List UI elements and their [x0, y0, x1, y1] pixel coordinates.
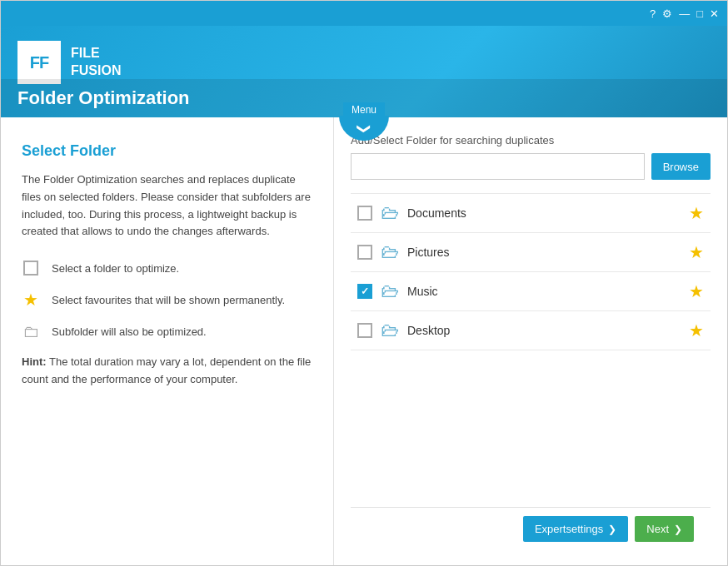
left-panel: Select Folder The Folder Optimization se… — [1, 117, 334, 566]
right-section-label: Add/Select Folder for searching duplicat… — [351, 134, 711, 146]
legend-folder-text: Subfolder will also be optimized. — [52, 325, 207, 338]
folder-row: 🗁 Desktop ★ — [351, 311, 711, 350]
pictures-folder-name: Pictures — [407, 246, 681, 259]
close-button[interactable]: ✕ — [710, 8, 719, 19]
documents-folder-icon: 🗁 — [381, 202, 399, 224]
expert-settings-button[interactable]: Expertsettings ❯ — [523, 516, 628, 542]
hint-paragraph: Hint: The total duration may vary a lot,… — [22, 354, 312, 389]
pictures-checkbox[interactable] — [357, 245, 372, 260]
main-content: Select Folder The Folder Optimization se… — [1, 117, 727, 566]
legend-star-icon: ★ — [22, 290, 40, 309]
legend-star-item: ★ Select favourites that will be shown p… — [22, 290, 312, 309]
hint-label: Hint: — [22, 355, 47, 368]
pictures-folder-icon: 🗁 — [381, 241, 399, 263]
folder-path-input[interactable] — [351, 153, 645, 180]
logo-box: FF — [17, 41, 61, 84]
expert-arrow-icon: ❯ — [608, 524, 616, 535]
music-folder-icon: 🗁 — [381, 281, 399, 302]
logo-text: FILE FUSION — [71, 45, 121, 80]
bottom-bar: Expertsettings ❯ Next ❯ — [351, 507, 711, 550]
folder-list: 🗁 Documents ★ 🗁 Pictures ★ 🗁 Music ★ — [351, 193, 711, 507]
menu-button-container[interactable]: Menu — [339, 102, 389, 141]
title-bar: ? ⚙ — □ ✕ — [1, 1, 727, 26]
legend-checkbox-icon — [22, 259, 40, 277]
legend-star-text: Select favourites that will be shown per… — [52, 294, 285, 306]
folder-row: 🗁 Music ★ — [351, 272, 711, 311]
expert-settings-label: Expertsettings — [535, 523, 603, 535]
desktop-folder-name: Desktop — [407, 324, 681, 337]
documents-star-button[interactable]: ★ — [689, 203, 704, 223]
legend-checkbox-text: Select a folder to optimize. — [52, 262, 179, 275]
music-folder-name: Music — [407, 285, 681, 298]
logo-line1: FILE — [71, 45, 121, 62]
select-folder-title: Select Folder — [22, 142, 312, 160]
folder-gray-icon: 🗀 — [22, 322, 39, 341]
right-panel: Add/Select Folder for searching duplicat… — [334, 117, 727, 566]
legend-checkbox-item: Select a folder to optimize. — [22, 259, 312, 277]
next-button[interactable]: Next ❯ — [635, 516, 694, 542]
documents-checkbox[interactable] — [357, 206, 372, 221]
minimize-button[interactable]: — — [679, 8, 690, 19]
logo-line2: FUSION — [71, 62, 121, 80]
folder-row: 🗁 Documents ★ — [351, 193, 711, 233]
search-row: Browse — [351, 153, 711, 180]
next-arrow-icon: ❯ — [674, 524, 682, 535]
window-controls: ? ⚙ — □ ✕ — [650, 8, 719, 19]
help-button[interactable]: ? — [650, 8, 656, 19]
desktop-star-button[interactable]: ★ — [689, 320, 704, 340]
browse-button[interactable]: Browse — [651, 153, 711, 180]
hint-body: The total duration may vary a lot, depen… — [22, 355, 311, 385]
menu-chevron-button[interactable] — [339, 116, 389, 141]
next-label: Next — [646, 523, 669, 535]
music-checkbox[interactable] — [357, 284, 372, 299]
logo-letters: FF — [30, 53, 48, 72]
maximize-button[interactable]: □ — [696, 8, 703, 19]
header: FF FILE FUSION Folder Optimization Menu — [1, 26, 727, 117]
music-star-button[interactable]: ★ — [689, 281, 704, 301]
desktop-folder-icon: 🗁 — [381, 320, 399, 341]
documents-folder-name: Documents — [407, 206, 681, 220]
empty-checkbox-icon — [23, 261, 38, 276]
legend-folder-icon: 🗀 — [22, 322, 40, 340]
folder-row: 🗁 Pictures ★ — [351, 233, 711, 272]
legend-folder-item: 🗀 Subfolder will also be optimized. — [22, 322, 312, 340]
desktop-checkbox[interactable] — [357, 323, 372, 338]
menu-label: Menu — [343, 102, 385, 116]
star-icon: ★ — [23, 290, 38, 310]
description-text: The Folder Optimization searches and rep… — [22, 171, 312, 241]
pictures-star-button[interactable]: ★ — [689, 242, 704, 262]
logo-container: FF FILE FUSION — [17, 41, 121, 84]
settings-button[interactable]: ⚙ — [662, 8, 672, 19]
